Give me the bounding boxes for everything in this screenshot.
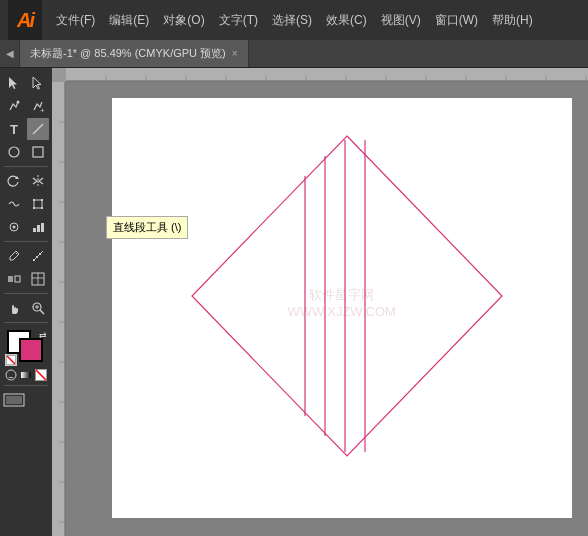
symbol-tool[interactable] — [3, 216, 25, 238]
reflect-tool[interactable] — [27, 170, 49, 192]
measure-tool[interactable] — [27, 245, 49, 267]
menu-bar: 文件(F) 编辑(E) 对象(O) 文字(T) 选择(S) 效果(C) 视图(V… — [50, 0, 539, 40]
svg-rect-34 — [21, 372, 31, 378]
tab-bar: ◀ 未标题-1* @ 85.49% (CMYK/GPU 预览) × — [0, 40, 588, 68]
slice-tool[interactable] — [27, 268, 49, 290]
stroke-color-swatch[interactable] — [19, 338, 43, 362]
svg-rect-23 — [15, 276, 20, 282]
menu-edit[interactable]: 编辑(E) — [103, 10, 155, 31]
color-mode-button[interactable] — [4, 368, 18, 382]
add-anchor-tool[interactable]: + — [27, 95, 49, 117]
gradient-mode-button[interactable] — [19, 368, 33, 382]
tool-row-3: T — [3, 118, 49, 140]
rect-tool[interactable] — [27, 141, 49, 163]
svg-rect-10 — [33, 207, 35, 209]
ruler-corner — [52, 68, 66, 82]
text-tool[interactable]: T — [3, 118, 25, 140]
tool-row-5 — [3, 170, 49, 192]
tool-row-8 — [3, 245, 49, 267]
none-color-button[interactable] — [34, 368, 48, 382]
svg-line-18 — [33, 251, 43, 261]
hand-tool[interactable] — [3, 297, 25, 319]
tool-row-7 — [3, 216, 49, 238]
direct-select-tool[interactable] — [27, 72, 49, 94]
ellipse-tool[interactable] — [3, 141, 25, 163]
svg-line-28 — [40, 310, 44, 314]
color-tools: ⇄ — [3, 330, 49, 382]
menu-view[interactable]: 视图(V) — [375, 10, 427, 31]
svg-point-33 — [6, 370, 16, 380]
svg-rect-8 — [33, 199, 35, 201]
document-tab[interactable]: 未标题-1* @ 85.49% (CMYK/GPU 预览) × — [20, 40, 249, 67]
svg-rect-16 — [41, 223, 44, 232]
menu-window[interactable]: 窗口(W) — [429, 10, 484, 31]
svg-rect-9 — [41, 199, 43, 201]
column-graph-tool[interactable] — [27, 216, 49, 238]
rotate-tool[interactable] — [3, 170, 25, 192]
eyedropper-tool[interactable] — [3, 245, 25, 267]
svg-line-17 — [16, 252, 18, 254]
svg-rect-14 — [33, 228, 36, 232]
screen-mode-button[interactable] — [3, 389, 25, 411]
color-swap-area: ⇄ — [3, 330, 49, 366]
svg-rect-15 — [37, 225, 40, 232]
svg-rect-22 — [8, 276, 13, 282]
canvas-area[interactable]: 软件星字网 WWW.XJZW.COM 直线段工具 (\) — [52, 68, 588, 536]
screen-mode-row — [3, 389, 49, 411]
tool-row-4 — [3, 141, 49, 163]
svg-rect-38 — [6, 396, 22, 404]
tool-row-2: + — [3, 95, 49, 117]
tool-row-6 — [3, 193, 49, 215]
pen-tool[interactable] — [3, 95, 25, 117]
menu-help[interactable]: 帮助(H) — [486, 10, 539, 31]
tab-close-button[interactable]: × — [232, 48, 238, 59]
tool-row-9 — [3, 268, 49, 290]
none-icon — [5, 354, 17, 366]
toolbar: + T — [0, 68, 52, 536]
menu-select[interactable]: 选择(S) — [266, 10, 318, 31]
tool-row-1 — [3, 72, 49, 94]
warp-tool[interactable] — [3, 193, 25, 215]
horizontal-ruler — [66, 68, 588, 82]
svg-rect-7 — [34, 200, 42, 208]
app-logo: Ai — [8, 0, 42, 40]
tab-title: 未标题-1* @ 85.49% (CMYK/GPU 预览) — [30, 46, 226, 61]
main-area: + T — [0, 68, 588, 536]
tab-expand-button[interactable]: ◀ — [0, 40, 20, 67]
menu-object[interactable]: 对象(O) — [157, 10, 210, 31]
svg-text:+: + — [40, 106, 45, 113]
svg-line-2 — [33, 124, 43, 134]
text-icon: T — [10, 122, 18, 137]
svg-rect-11 — [41, 207, 43, 209]
line-tool[interactable] — [27, 118, 49, 140]
select-tool[interactable] — [3, 72, 25, 94]
artboard — [112, 98, 572, 518]
color-mode-row — [3, 368, 49, 382]
svg-point-0 — [17, 101, 20, 104]
top-bar: Ai 文件(F) 编辑(E) 对象(O) 文字(T) 选择(S) 效果(C) 视… — [0, 0, 588, 40]
zoom-tool[interactable] — [27, 297, 49, 319]
menu-text[interactable]: 文字(T) — [213, 10, 264, 31]
svg-line-31 — [7, 356, 15, 364]
blend-tool[interactable] — [3, 268, 25, 290]
svg-point-3 — [9, 147, 19, 157]
menu-file[interactable]: 文件(F) — [50, 10, 101, 31]
svg-point-13 — [13, 226, 16, 229]
free-transform-tool[interactable] — [27, 193, 49, 215]
menu-effect[interactable]: 效果(C) — [320, 10, 373, 31]
svg-rect-4 — [33, 147, 43, 157]
tool-row-10 — [3, 297, 49, 319]
vertical-ruler — [52, 82, 66, 536]
